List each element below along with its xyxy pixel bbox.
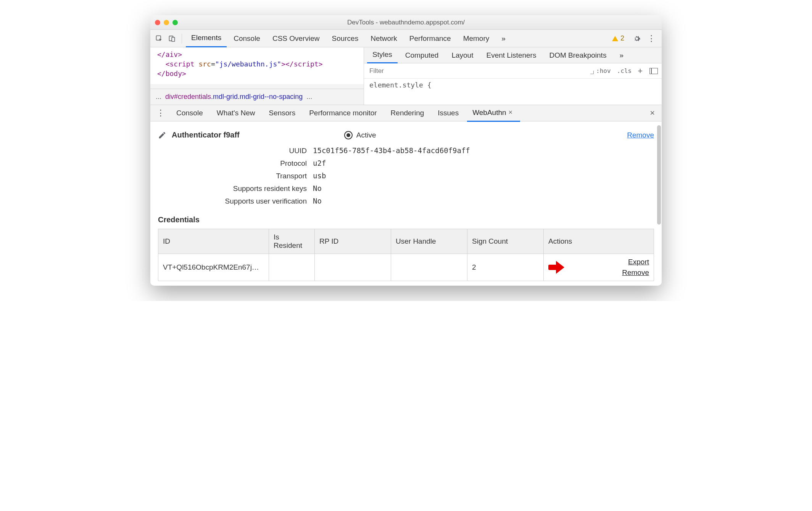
toggle-computed-panel-icon[interactable] [649, 68, 658, 74]
titlebar: DevTools - webauthndemo.appspot.com/ [150, 15, 662, 30]
prop-label-protocol: Protocol [181, 159, 307, 168]
credentials-heading: Credentials [158, 215, 654, 224]
radio-icon [344, 131, 353, 139]
breadcrumb: ... div#credentials.mdl-grid.mdl-grid--n… [150, 89, 364, 105]
active-label: Active [356, 131, 376, 139]
prop-value-userverif: No [313, 197, 322, 205]
remove-authenticator-link[interactable]: Remove [627, 131, 654, 139]
subtab-eventlisteners[interactable]: Event Listeners [481, 47, 541, 63]
authenticator-properties: UUID15c01f56-785f-43b4-ab58-4facd60f9aff… [181, 146, 654, 205]
warnings-badge[interactable]: 2 [612, 34, 624, 42]
drawer-menu-icon[interactable]: ⋮ [153, 108, 168, 118]
prop-value-resident: No [313, 184, 322, 192]
remove-credential-link[interactable]: Remove [622, 268, 649, 277]
subtab-computed[interactable]: Computed [400, 47, 444, 63]
webauthn-panel: Authenticator f9aff Active Remove UUID15… [150, 121, 662, 286]
th-signcount: Sign Count [467, 229, 544, 254]
cell-userhandle [391, 254, 467, 281]
resize-corner-icon [588, 69, 593, 73]
tab-performance[interactable]: Performance [404, 30, 456, 47]
settings-icon[interactable] [631, 33, 643, 44]
authenticator-title: Authenticator f9aff [172, 131, 240, 139]
close-drawer-icon[interactable]: × [646, 108, 659, 118]
window-title: DevTools - webauthndemo.appspot.com/ [150, 19, 662, 26]
cell-actions: Export Remove [544, 254, 654, 281]
horizontal-scrollbar[interactable] [150, 84, 364, 89]
table-row: VT+Ql516ObcpKRM2En67j… 2 Export Remove [158, 254, 654, 281]
more-tabs-icon[interactable]: » [496, 30, 511, 47]
th-id: ID [158, 229, 269, 254]
drawer-tab-bar: ⋮ Console What's New Sensors Performance… [150, 105, 662, 121]
warning-icon [612, 36, 618, 41]
prop-label-resident: Supports resident keys [181, 184, 307, 193]
drawer-tab-rendering[interactable]: Rendering [385, 104, 430, 122]
arrow-annotation-icon [548, 262, 564, 273]
prop-value-transport: usb [313, 171, 326, 180]
drawer-tab-sensors[interactable]: Sensors [263, 104, 301, 122]
vertical-scrollbar[interactable] [657, 125, 661, 225]
tab-sources[interactable]: Sources [326, 30, 364, 47]
drawer-tab-issues[interactable]: Issues [432, 104, 464, 122]
subtab-dombreakpoints[interactable]: DOM Breakpoints [544, 47, 612, 63]
styles-filter-input[interactable] [364, 63, 588, 78]
drawer-tab-whatsnew[interactable]: What's New [211, 104, 261, 122]
authenticator-header: Authenticator f9aff Active Remove [158, 131, 654, 139]
prop-label-uuid: UUID [181, 147, 307, 155]
credentials-table: ID Is Resident RP ID User Handle Sign Co… [158, 229, 654, 281]
edit-icon[interactable] [158, 131, 166, 139]
inspect-icon[interactable] [153, 33, 165, 44]
tab-elements[interactable]: Elements [186, 30, 227, 47]
main-tab-bar: Elements Console CSS Overview Sources Ne… [150, 30, 662, 47]
breadcrumb-dots[interactable]: ... [156, 93, 161, 101]
hov-toggle[interactable]: :hov [593, 67, 614, 74]
styles-pane: Styles Computed Layout Event Listeners D… [364, 47, 662, 105]
tab-memory[interactable]: Memory [458, 30, 495, 47]
element-style-block[interactable]: element.style { [364, 79, 662, 91]
cls-toggle[interactable]: .cls [614, 67, 635, 74]
tab-css-overview[interactable]: CSS Overview [267, 30, 325, 47]
styles-tab-bar: Styles Computed Layout Event Listeners D… [364, 47, 662, 63]
drawer-tab-console[interactable]: Console [171, 104, 208, 122]
prop-value-protocol: u2f [313, 159, 326, 167]
export-credential-link[interactable]: Export [628, 258, 649, 266]
elements-dom-pane: </aiv> <script src="js/webauthn.js"></sc… [150, 47, 364, 105]
drawer-tab-perfmon[interactable]: Performance monitor [304, 104, 382, 122]
cell-id: VT+Ql516ObcpKRM2En67j… [158, 254, 269, 281]
breadcrumb-tag[interactable]: div#credentials [165, 93, 211, 100]
active-radio[interactable]: Active [344, 131, 376, 139]
new-style-rule-icon[interactable]: + [635, 66, 646, 76]
tab-console[interactable]: Console [228, 30, 266, 47]
dom-tree[interactable]: </aiv> <script src="js/webauthn.js"></sc… [150, 47, 364, 83]
cell-signcount: 2 [467, 254, 544, 281]
devtools-window: DevTools - webauthndemo.appspot.com/ Ele… [150, 15, 662, 286]
styles-filter-row: :hov .cls + [364, 63, 662, 79]
cell-isresident [269, 254, 315, 281]
prop-value-uuid: 15c01f56-785f-43b4-ab58-4facd60f9aff [313, 146, 470, 155]
th-isresident: Is Resident [269, 229, 315, 254]
close-tab-icon[interactable]: × [506, 108, 515, 116]
th-rpid: RP ID [315, 229, 391, 254]
breadcrumb-dots-right[interactable]: ... [306, 93, 312, 101]
tab-network[interactable]: Network [365, 30, 403, 47]
th-userhandle: User Handle [391, 229, 467, 254]
svg-rect-2 [172, 37, 175, 41]
drawer-tab-webauthn[interactable]: WebAuthn × [467, 104, 520, 122]
prop-label-userverif: Supports user verification [181, 197, 307, 205]
breadcrumb-classes[interactable]: .mdl-grid.mdl-grid--no-spacing [211, 93, 303, 100]
table-header-row: ID Is Resident RP ID User Handle Sign Co… [158, 229, 654, 254]
cell-rpid [315, 254, 391, 281]
subtab-layout[interactable]: Layout [446, 47, 478, 63]
elements-split: </aiv> <script src="js/webauthn.js"></sc… [150, 47, 662, 105]
th-actions: Actions [544, 229, 654, 254]
menu-icon[interactable]: ⋮ [644, 34, 659, 44]
device-toggle-icon[interactable] [166, 33, 178, 44]
subtab-styles[interactable]: Styles [367, 47, 398, 63]
more-subtabs-icon[interactable]: » [614, 47, 629, 63]
warnings-count: 2 [620, 34, 624, 42]
prop-label-transport: Transport [181, 172, 307, 180]
